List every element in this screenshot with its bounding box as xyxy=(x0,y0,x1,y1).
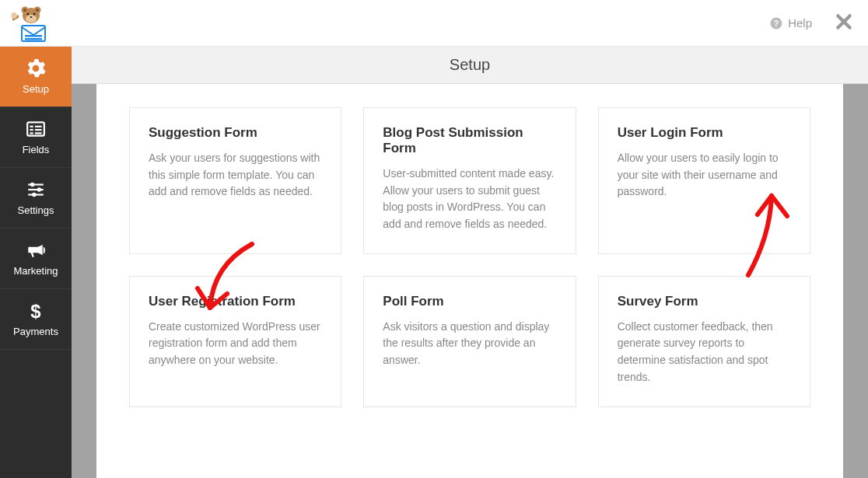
logo xyxy=(8,4,54,43)
template-desc: Collect customer feedback, then generate… xyxy=(618,319,791,386)
svg-point-5 xyxy=(26,15,37,23)
template-desc: Ask visitors a question and display the … xyxy=(383,319,556,369)
sidebar-item-payments[interactable]: $ Payments xyxy=(0,289,72,350)
svg-rect-12 xyxy=(25,38,42,40)
help-icon: ? xyxy=(769,16,783,30)
content: Setup Suggestion Form Ask your users for… xyxy=(72,47,868,478)
template-card-survey[interactable]: Survey Form Collect customer feedback, t… xyxy=(598,276,810,407)
sidebar-label: Fields xyxy=(23,144,50,155)
svg-point-9 xyxy=(12,12,17,19)
template-title: User Registration Form xyxy=(149,294,322,309)
sidebar-label: Marketing xyxy=(13,265,58,277)
top-bar: ? Help xyxy=(0,0,868,47)
sidebar-label: Settings xyxy=(18,204,54,216)
template-card-blog-post[interactable]: Blog Post Submission Form User-submitted… xyxy=(363,107,576,254)
sidebar-item-marketing[interactable]: Marketing xyxy=(0,229,72,289)
top-bar-actions: ? Help xyxy=(769,12,854,35)
svg-point-8 xyxy=(30,16,33,18)
template-desc: Ask your users for suggestions with this… xyxy=(149,150,322,201)
close-icon xyxy=(834,12,854,32)
template-card-suggestion[interactable]: Suggestion Form Ask your users for sugge… xyxy=(129,107,341,254)
svg-rect-11 xyxy=(25,35,42,37)
dollar-icon: $ xyxy=(25,301,47,321)
gear-icon xyxy=(25,58,47,79)
sidebar-item-fields[interactable]: Fields xyxy=(0,107,72,168)
template-card-poll[interactable]: Poll Form Ask visitors a question and di… xyxy=(363,276,576,407)
svg-rect-18 xyxy=(30,129,33,131)
sidebar-label: Payments xyxy=(13,326,58,337)
bullhorn-icon xyxy=(25,240,47,260)
page-title: Setup xyxy=(72,47,868,84)
template-card-user-registration[interactable]: User Registration Form Create customized… xyxy=(129,276,341,407)
help-link[interactable]: ? Help xyxy=(769,16,812,30)
template-desc: User-submitted content made easy. Allow … xyxy=(383,166,556,233)
template-title: Suggestion Form xyxy=(149,125,322,141)
template-title: Poll Form xyxy=(383,294,556,309)
svg-rect-17 xyxy=(35,126,42,127)
template-desc: Allow your users to easily login to your… xyxy=(618,150,791,201)
svg-rect-21 xyxy=(35,132,42,134)
sliders-icon xyxy=(25,180,47,200)
template-grid: Suggestion Form Ask your users for sugge… xyxy=(129,107,810,407)
close-button[interactable] xyxy=(834,12,854,35)
svg-point-4 xyxy=(36,9,39,12)
main-wrap: Setup Fields Settings Marketing $ Paymen… xyxy=(0,47,868,478)
template-title: User Login Form xyxy=(618,125,791,141)
svg-point-6 xyxy=(27,12,30,15)
svg-rect-16 xyxy=(30,126,33,127)
svg-point-27 xyxy=(32,193,36,197)
svg-text:$: $ xyxy=(30,301,40,321)
template-desc: Create customized WordPress user registr… xyxy=(149,319,322,369)
sidebar-label: Setup xyxy=(23,83,49,95)
svg-point-26 xyxy=(37,187,41,191)
list-icon xyxy=(25,119,47,139)
template-card-user-login[interactable]: User Login Form Allow your users to easi… xyxy=(598,107,810,254)
svg-rect-20 xyxy=(30,132,33,134)
sidebar-item-settings[interactable]: Settings xyxy=(0,168,72,229)
template-title: Blog Post Submission Form xyxy=(383,125,556,156)
template-title: Survey Form xyxy=(618,294,791,309)
svg-point-25 xyxy=(30,183,34,187)
svg-point-7 xyxy=(33,12,36,15)
svg-text:?: ? xyxy=(774,18,779,27)
page-body: Suggestion Form Ask your users for sugge… xyxy=(96,84,843,478)
help-label: Help xyxy=(788,16,812,30)
sidebar-item-setup[interactable]: Setup xyxy=(0,47,72,107)
svg-rect-19 xyxy=(35,129,42,131)
svg-point-3 xyxy=(23,9,26,12)
sidebar: Setup Fields Settings Marketing $ Paymen… xyxy=(0,47,72,478)
